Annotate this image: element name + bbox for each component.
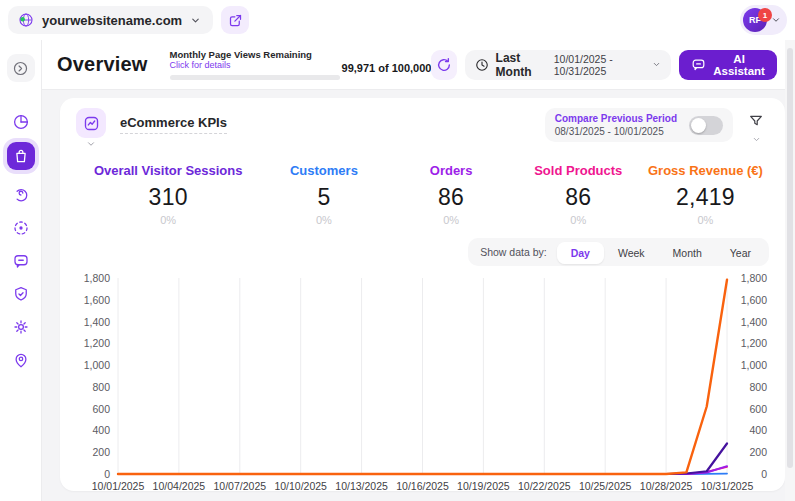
x-tick-label: 10/01/2025 [92,480,145,492]
kpi-card-icon-button[interactable] [76,108,106,138]
feedback-icon [12,252,30,270]
tab-day[interactable]: Day [557,242,604,264]
chart-plot-area[interactable] [118,278,727,474]
kpi-label: Customers [260,163,387,178]
page-views-progress-bar [170,75,340,80]
kpi-sold-products[interactable]: Sold Products860% [515,163,642,226]
kpi-change: 0% [76,214,260,226]
compare-range: 08/31/2025 - 10/01/2025 [555,126,677,137]
sidebar-item-feedback[interactable] [7,247,35,275]
kpi-value: 310 [76,184,260,211]
compare-label: Compare Previous Period [555,113,677,124]
page-header: Overview Monthly Page Views Remaining Cl… [42,40,795,90]
filter-funnel-icon [748,113,764,129]
scrollbar-thumb[interactable] [787,48,793,468]
x-tick-label: 10/07/2025 [214,480,267,492]
show-data-by-tabs: Show data by: DayWeekMonthYear [468,238,769,266]
site-favicon-globe-icon [18,12,34,28]
y-tick-label: 1,000 [741,359,767,371]
sidebar-item-visitor-location[interactable] [7,346,35,374]
page-views-remaining: Monthly Page Views Remaining Click for d… [170,49,340,80]
kpi-orders[interactable]: Orders860% [388,163,515,226]
security-icon [12,285,30,303]
kpi-value: 2,419 [642,184,769,211]
sidebar-item-behavior[interactable] [7,181,35,209]
kpi-gross-revenue[interactable]: Gross Revenue (€)2,4190% [642,163,769,226]
sidebar-item-security[interactable] [7,280,35,308]
kpi-label: Sold Products [515,163,642,178]
filter-button[interactable] [743,108,769,134]
main-content: eCommerce KPIs Compare Previous Period 0… [42,90,785,501]
period-label: Last Month [496,51,547,79]
x-tick-label: 10/28/2025 [640,480,693,492]
chevron-down-icon [190,15,201,26]
clock-icon [475,58,489,72]
page-views-details-link[interactable]: Click for details [170,60,312,70]
kpi-change: 0% [260,214,387,226]
chevron-down-icon[interactable] [86,139,96,149]
x-tick-label: 10/16/2025 [396,480,449,492]
kpi-change: 0% [642,214,769,226]
kpi-label: Gross Revenue (€) [642,163,769,178]
x-axis: 10/01/202510/04/202510/07/202510/10/2025… [118,480,727,496]
kpi-change: 0% [515,214,642,226]
y-tick-label: 1,400 [741,316,767,328]
sidebar-item-ecommerce[interactable] [7,142,35,170]
kpi-line-chart: 1,8001,6001,4001,2001,0008006004002000 1… [76,278,769,474]
page-views-value: 99,971 of 100,000 [342,62,432,74]
kpi-label: Orders [388,163,515,178]
refresh-icon [436,57,452,73]
y-tick-label: 0 [761,468,767,480]
kpi-overall-visitor-sessions[interactable]: Overall Visitor Sessions3100% [76,163,260,226]
x-tick-label: 10/10/2025 [274,480,327,492]
y-tick-label: 1,400 [84,316,110,328]
period-range: 10/01/2025 - 10/31/2025 [554,53,645,77]
refresh-button[interactable] [431,50,456,80]
topbar: yourwebsitename.com RF 1 [0,0,795,40]
sidebar [0,40,42,501]
expand-sidebar-button[interactable] [7,54,35,82]
site-selector[interactable]: yourwebsitename.com [8,6,213,34]
date-range-picker[interactable]: Last Month 10/01/2025 - 10/31/2025 [465,50,672,80]
user-menu[interactable]: RF 1 [740,5,787,35]
chevron-down-icon [652,60,661,69]
tab-week[interactable]: Week [604,242,659,264]
y-axis-left: 1,8001,6001,4001,2001,0008006004002000 [76,278,118,474]
kpi-label: Overall Visitor Sessions [76,163,260,178]
kpi-value: 86 [515,184,642,211]
open-website-button[interactable] [221,6,249,34]
ecommerce-icon [12,147,30,165]
y-tick-label: 1,200 [84,337,110,349]
behavior-icon [12,186,30,204]
ai-assistant-label: AI Assistant [713,53,765,77]
kpi-row: Overall Visitor Sessions3100%Customers50… [76,163,769,226]
site-name: yourwebsitename.com [42,13,182,28]
y-tick-label: 600 [749,403,767,415]
tab-month[interactable]: Month [659,242,716,264]
sidebar-item-dashboard[interactable] [7,108,35,136]
settings-icon [12,318,30,336]
y-tick-label: 1,000 [84,359,110,371]
audience-icon [12,219,30,237]
chevron-down-icon[interactable] [752,135,761,144]
compare-previous-period: Compare Previous Period 08/31/2025 - 10/… [545,108,733,142]
page-title: Overview [57,53,148,76]
page-views-title: Monthly Page Views Remaining [170,49,312,60]
y-axis-right: 1,8001,6001,4001,2001,0008006004002000 [727,278,769,474]
y-tick-label: 800 [92,381,110,393]
compare-toggle[interactable] [689,116,723,135]
y-tick-label: 400 [749,424,767,436]
ai-assistant-button[interactable]: AI Assistant [679,50,777,80]
y-tick-label: 200 [92,446,110,458]
window-scrollbar[interactable] [785,40,795,501]
x-tick-label: 10/13/2025 [335,480,388,492]
sidebar-item-settings[interactable] [7,313,35,341]
kpi-customers[interactable]: Customers50% [260,163,387,226]
kpi-value: 86 [388,184,515,211]
x-tick-label: 10/25/2025 [579,480,632,492]
tab-year[interactable]: Year [716,242,765,264]
chevron-down-icon [771,15,781,25]
chat-bubble-icon [691,57,706,72]
sidebar-item-audience[interactable] [7,214,35,242]
ecommerce-kpis-card: eCommerce KPIs Compare Previous Period 0… [60,98,785,491]
